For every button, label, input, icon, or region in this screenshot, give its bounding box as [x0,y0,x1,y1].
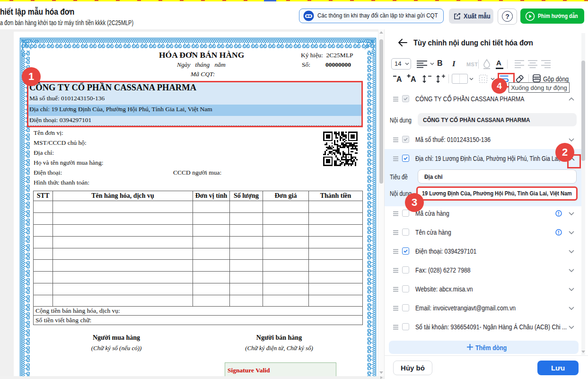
svg-text:A: A [411,75,416,82]
svg-text:A: A [396,75,402,82]
